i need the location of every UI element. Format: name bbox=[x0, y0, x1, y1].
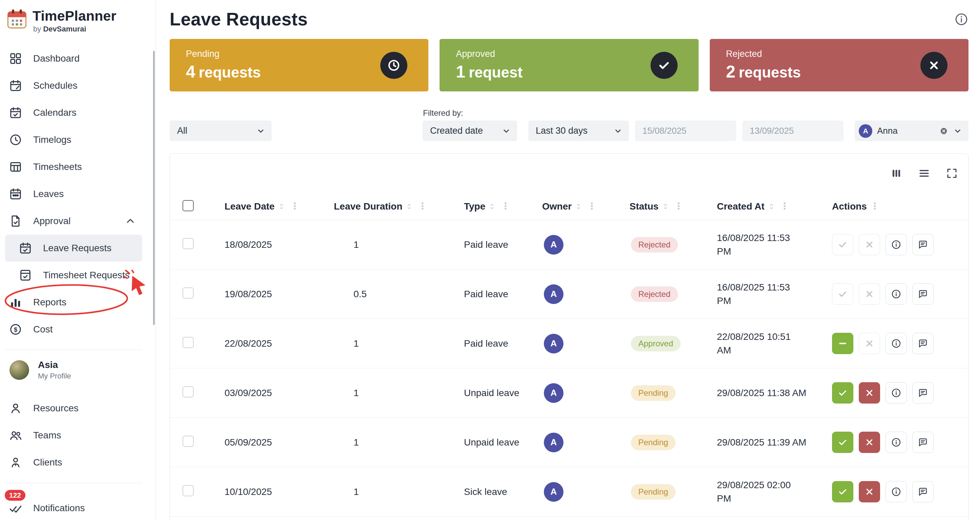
approve-button[interactable] bbox=[832, 382, 853, 404]
row-checkbox[interactable] bbox=[183, 337, 194, 348]
approve-button[interactable] bbox=[832, 283, 853, 305]
date-to-input[interactable]: 13/09/2025 bbox=[742, 121, 843, 141]
sidebar-item-leave-requests[interactable]: Leave Requests bbox=[5, 235, 142, 262]
column-header-status: Status⋮ bbox=[630, 201, 717, 212]
column-menu-icon[interactable]: ⋮ bbox=[418, 202, 427, 211]
sidebar-item-schedules[interactable]: Schedules bbox=[5, 72, 142, 99]
sidebar-item-timesheet-requests[interactable]: Timesheet Requests bbox=[5, 262, 142, 289]
reject-button[interactable] bbox=[859, 432, 880, 453]
sidebar-profile[interactable]: Asia My Profile bbox=[0, 357, 156, 383]
sidebar-item-resources[interactable]: Resources bbox=[5, 395, 142, 422]
profile-caption: My Profile bbox=[38, 372, 71, 380]
fullscreen-icon[interactable] bbox=[946, 167, 958, 180]
sidebar-item-approval[interactable]: Approval bbox=[5, 208, 142, 235]
info-button[interactable] bbox=[886, 283, 907, 305]
column-menu-icon[interactable]: ⋮ bbox=[674, 202, 683, 211]
type-cell: Paid leave bbox=[464, 289, 542, 300]
table-row: 05/09/2025 1 Unpaid leave A Pending 29/0… bbox=[170, 418, 968, 467]
row-checkbox[interactable] bbox=[183, 436, 194, 447]
sidebar-item-notifications[interactable]: Notifications bbox=[5, 495, 142, 520]
approve-button[interactable] bbox=[832, 432, 853, 453]
sidebar-scrollbar[interactable] bbox=[153, 51, 155, 325]
type-cell: Paid leave bbox=[464, 239, 542, 250]
approve-button[interactable] bbox=[832, 481, 853, 503]
info-button[interactable] bbox=[886, 432, 907, 453]
sort-icon[interactable] bbox=[406, 202, 415, 211]
chevron-down-icon bbox=[953, 126, 963, 136]
row-checkbox[interactable] bbox=[183, 386, 194, 398]
select-all-checkbox[interactable] bbox=[183, 200, 194, 211]
sidebar-item-reports[interactable]: Reports bbox=[5, 289, 142, 316]
clock-icon bbox=[9, 133, 22, 146]
column-menu-icon[interactable]: ⋮ bbox=[290, 202, 299, 211]
sort-icon[interactable] bbox=[278, 202, 287, 211]
clear-icon[interactable] bbox=[939, 127, 948, 135]
grid-icon bbox=[9, 52, 22, 65]
sidebar-item-clients[interactable]: Clients bbox=[5, 449, 142, 476]
info-button[interactable] bbox=[886, 333, 907, 354]
column-menu-icon[interactable]: ⋮ bbox=[587, 202, 596, 211]
leave-duration-cell: 1 bbox=[334, 388, 464, 398]
sort-icon[interactable] bbox=[768, 202, 777, 211]
status-badge: Rejected bbox=[631, 237, 678, 253]
info-icon[interactable] bbox=[954, 12, 969, 26]
comment-button[interactable] bbox=[912, 283, 934, 305]
user-filter-select[interactable]: A Anna bbox=[855, 121, 969, 141]
sidebar-item-calendars[interactable]: Calendars bbox=[5, 99, 142, 126]
reject-button[interactable] bbox=[859, 234, 880, 255]
type-cell: Unpaid leave bbox=[464, 437, 542, 448]
reject-button[interactable] bbox=[859, 333, 880, 354]
status-badge: Approved bbox=[631, 336, 681, 351]
column-menu-icon[interactable]: ⋮ bbox=[870, 202, 880, 211]
info-button[interactable] bbox=[886, 481, 907, 503]
profile-avatar bbox=[10, 360, 29, 380]
comment-button[interactable] bbox=[912, 481, 934, 503]
sidebar-item-cost[interactable]: $ Cost bbox=[5, 316, 142, 343]
owner-avatar: A bbox=[544, 235, 563, 254]
row-checkbox[interactable] bbox=[183, 288, 194, 299]
pending-card: Pending 4requests bbox=[170, 39, 428, 91]
date-from-input[interactable]: 15/08/2025 bbox=[635, 121, 736, 141]
row-checkbox[interactable] bbox=[183, 485, 194, 496]
x-icon bbox=[920, 52, 948, 79]
calendar-check-icon bbox=[9, 106, 22, 119]
comment-button[interactable] bbox=[912, 382, 934, 404]
info-button[interactable] bbox=[886, 382, 907, 404]
status-badge: Pending bbox=[631, 385, 676, 401]
row-checkbox[interactable] bbox=[183, 238, 194, 249]
sort-icon[interactable] bbox=[488, 202, 498, 211]
sidebar-item-dashboard[interactable]: Dashboard bbox=[5, 45, 142, 72]
owner-avatar: A bbox=[544, 334, 563, 353]
comment-button[interactable] bbox=[912, 333, 934, 354]
column-header-actions: Actions⋮ bbox=[832, 201, 968, 212]
leave-date-cell: 22/08/2025 bbox=[224, 338, 334, 349]
page-title: Leave Requests bbox=[170, 9, 308, 29]
sidebar-item-timelogs[interactable]: Timelogs bbox=[5, 126, 142, 153]
filter-field-select[interactable]: Created date bbox=[423, 121, 517, 141]
info-button[interactable] bbox=[886, 234, 907, 255]
table-header-row: Leave Date⋮ Leave Duration⋮ Type⋮ Owner⋮… bbox=[170, 193, 968, 220]
reject-button[interactable] bbox=[859, 382, 880, 404]
dollar-icon: $ bbox=[9, 323, 22, 336]
column-menu-icon[interactable]: ⋮ bbox=[780, 202, 789, 211]
comment-button[interactable] bbox=[912, 234, 934, 255]
date-range-select[interactable]: Last 30 days bbox=[528, 121, 629, 141]
sidebar-item-leaves[interactable]: Leaves bbox=[5, 180, 142, 208]
columns-icon[interactable] bbox=[890, 167, 902, 180]
sort-icon[interactable] bbox=[662, 202, 671, 211]
user-avatar: A bbox=[859, 124, 872, 138]
column-menu-icon[interactable]: ⋮ bbox=[501, 202, 510, 211]
status-badge: Pending bbox=[631, 435, 676, 450]
sort-icon[interactable] bbox=[575, 202, 584, 211]
comment-button[interactable] bbox=[912, 432, 934, 453]
sidebar-item-teams[interactable]: Teams bbox=[5, 422, 142, 449]
app-logo-icon bbox=[6, 8, 28, 30]
reject-button[interactable] bbox=[859, 283, 880, 305]
clock-icon bbox=[380, 52, 407, 79]
density-menu-icon[interactable] bbox=[918, 167, 930, 180]
unapprove-button[interactable] bbox=[832, 333, 853, 354]
scope-select[interactable]: All bbox=[170, 121, 272, 141]
approve-button[interactable] bbox=[832, 234, 853, 255]
sidebar-item-timesheets[interactable]: Timesheets bbox=[5, 153, 142, 180]
reject-button[interactable] bbox=[859, 481, 880, 503]
